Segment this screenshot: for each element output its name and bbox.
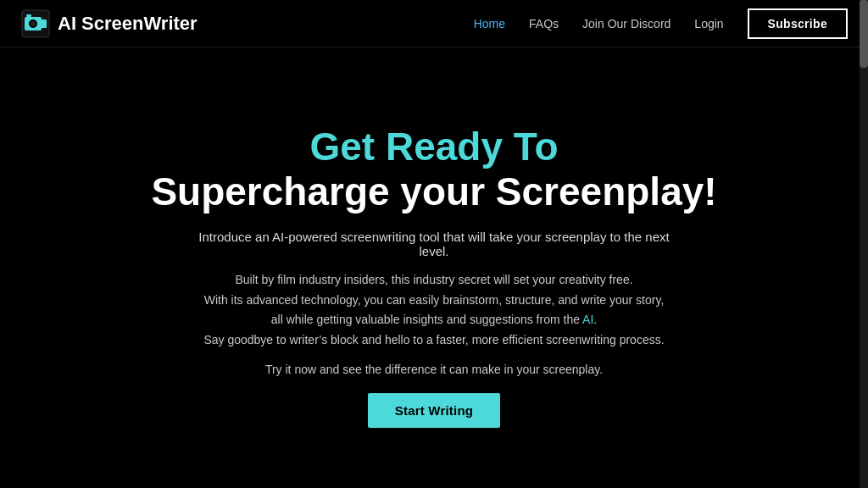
hero-body-line3-prefix: all while getting valuable insights and … — [271, 313, 582, 326]
hero-body-line3-suffix: . — [593, 313, 597, 326]
nav-login[interactable]: Login — [694, 17, 723, 30]
navbar: AI ScreenWriter Home FAQs Join Our Disco… — [0, 0, 868, 47]
start-writing-button[interactable]: Start Writing — [368, 393, 500, 428]
svg-rect-5 — [39, 19, 47, 28]
hero-body-ai-highlight: AI — [582, 313, 593, 326]
hero-subtitle: Introduce an AI-powered screenwriting to… — [197, 230, 671, 258]
logo-icon — [20, 8, 51, 39]
scrollbar[interactable] — [860, 0, 868, 488]
nav-links: Home FAQs Join Our Discord Login Subscri… — [474, 8, 848, 39]
hero-section: Get Ready To Supercharge your Screenplay… — [0, 47, 868, 488]
hero-body-line4: Say goodbye to writer’s block and hello … — [203, 333, 664, 347]
brand-name: AI ScreenWriter — [58, 13, 198, 35]
hero-body-line1: Built by film industry insiders, this in… — [235, 273, 632, 286]
nav-discord[interactable]: Join Our Discord — [582, 17, 670, 30]
hero-cta-text: Try it now and see the difference it can… — [265, 363, 603, 376]
subscribe-button[interactable]: Subscribe — [748, 8, 848, 39]
hero-body: Built by film industry insiders, this in… — [203, 270, 664, 351]
logo[interactable]: AI ScreenWriter — [20, 8, 198, 39]
hero-body-line2: With its advanced technology, you can ea… — [204, 293, 665, 307]
hero-title-line2: Supercharge your Screenplay! — [151, 169, 716, 214]
hero-title-line1: Get Ready To — [309, 125, 558, 169]
svg-point-4 — [31, 21, 36, 26]
nav-faqs[interactable]: FAQs — [529, 17, 559, 30]
svg-rect-6 — [26, 14, 31, 17]
nav-home[interactable]: Home — [474, 17, 505, 30]
scrollbar-thumb[interactable] — [860, 0, 868, 68]
